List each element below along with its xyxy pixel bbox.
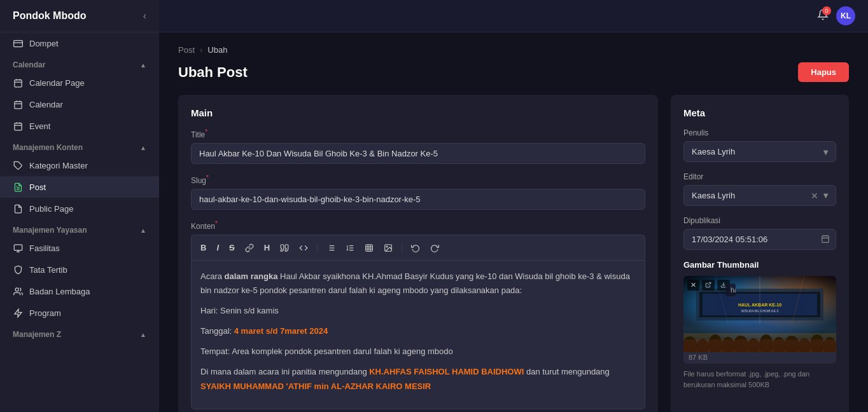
notification-button[interactable]: 0 xyxy=(817,9,829,24)
toolbar-bullet-list[interactable] xyxy=(323,241,339,255)
thumbnail-filesize: 87 KB xyxy=(683,352,836,364)
chevron-yayasan-icon: ▲ xyxy=(140,227,146,234)
dipublikasi-input[interactable] xyxy=(683,229,836,250)
page-container: Post › Ubah Ubah Post Hapus Main Title* xyxy=(159,32,868,412)
sidebar-item-label-calendar-page: Calendar Page xyxy=(29,78,85,88)
thumbnail-container: HAUL AKBAR KE-10 WISUDA BIL GHOIB KE-3 xyxy=(683,276,836,364)
toolbar-table[interactable] xyxy=(361,241,377,255)
sidebar-item-fasilitas[interactable]: Fasilitas xyxy=(0,237,159,259)
penulis-label: Penulis xyxy=(683,128,836,137)
delete-button[interactable]: Hapus xyxy=(798,62,849,82)
thumbnail-image: HAUL AKBAR KE-10 WISUDA BIL GHOIB KE-3 xyxy=(683,276,836,352)
title-label: Title* xyxy=(191,128,645,139)
dipublikasi-label: Dipublikasi xyxy=(683,216,836,225)
toolbar-image[interactable] xyxy=(380,241,396,255)
sidebar-section-manajemen-z[interactable]: Manajemen Z ▲ xyxy=(0,324,159,341)
toolbar-sep-1 xyxy=(317,243,318,253)
svg-rect-10 xyxy=(14,123,21,130)
toolbar-undo[interactable] xyxy=(407,241,424,255)
sidebar-item-badan-lembaga[interactable]: Badan Lembaga xyxy=(0,280,159,302)
svg-line-68 xyxy=(708,282,711,285)
penulis-group: Penulis Kaesa Lyrih ▼ xyxy=(683,128,836,162)
penulis-select-wrapper: Kaesa Lyrih ▼ xyxy=(683,141,836,162)
toolbar-code[interactable] xyxy=(295,241,312,255)
meta-panel: Meta Penulis Kaesa Lyrih ▼ Editor xyxy=(671,95,849,412)
editor-clear-button[interactable]: ✕ xyxy=(811,191,818,201)
thumbnail-remove-button[interactable]: ✕ xyxy=(687,280,699,291)
shield-icon xyxy=(13,264,23,275)
sidebar-item-program[interactable]: Program xyxy=(0,302,159,324)
page-header: Ubah Post Hapus xyxy=(178,62,849,82)
sidebar-item-public-page[interactable]: Public Page xyxy=(0,198,159,219)
sidebar-item-tata-tertib[interactable]: Tata Tertib xyxy=(0,259,159,280)
title-form-group: Title* xyxy=(191,128,645,164)
sidebar-toggle-icon[interactable]: ‹ xyxy=(143,10,146,22)
sidebar-item-label-program: Program xyxy=(29,308,61,318)
editor-field-label: Editor xyxy=(683,172,836,181)
sidebar: Pondok Mbodo ‹ Dompet Calendar ▲ Calenda… xyxy=(0,0,159,412)
sidebar-item-label-event: Event xyxy=(29,121,50,131)
sidebar-section-konten[interactable]: Manajemen Konten ▲ xyxy=(0,137,159,154)
calendar-icon xyxy=(13,99,23,109)
sidebar-section-konten-label: Manajemen Konten xyxy=(13,143,83,152)
thumbnail-filename: haul-akbar-ke-10-dan-wisuda-bil... xyxy=(725,284,736,296)
sidebar-item-label-fasilitas: Fasilitas xyxy=(29,244,60,253)
sidebar-item-label-post: Post xyxy=(29,182,46,192)
breadcrumb-parent[interactable]: Post xyxy=(178,45,195,55)
toolbar-ordered-list[interactable] xyxy=(342,241,358,255)
sidebar-item-dompet[interactable]: Dompet xyxy=(0,32,159,54)
svg-rect-2 xyxy=(14,79,21,86)
meta-panel-title: Meta xyxy=(683,107,836,118)
slug-label: Slug* xyxy=(191,174,645,185)
penulis-select[interactable]: Kaesa Lyrih xyxy=(683,141,836,162)
thumbnail-controls: ✕ haul-akbar-ke-10-dan-wisuda-bil... xyxy=(687,280,730,291)
post-icon xyxy=(13,182,23,192)
thumbnail-section: Gambar Thumbnail xyxy=(683,260,836,390)
toolbar-redo[interactable] xyxy=(426,241,443,255)
wallet-icon xyxy=(13,38,23,48)
sidebar-item-calendar[interactable]: Calendar xyxy=(0,93,159,115)
svg-rect-38 xyxy=(822,235,829,242)
event-icon xyxy=(13,121,23,131)
tag-icon xyxy=(13,160,23,170)
sidebar-item-event[interactable]: Event xyxy=(0,115,159,137)
toolbar-italic[interactable]: I xyxy=(213,240,223,255)
toolbar-bold[interactable]: B xyxy=(197,240,210,255)
public-page-icon xyxy=(13,203,23,214)
svg-marker-21 xyxy=(14,309,21,317)
toolbar-heading[interactable]: H xyxy=(260,240,274,255)
konten-form-group: Konten* B I S H xyxy=(191,220,645,409)
sidebar-item-label-tata-tertib: Tata Tertib xyxy=(29,265,67,275)
sidebar-item-post[interactable]: Post xyxy=(0,176,159,198)
sidebar-item-kategori[interactable]: Kategori Master xyxy=(0,154,159,176)
breadcrumb: Post › Ubah xyxy=(178,45,849,55)
toolbar-strikethrough[interactable]: S xyxy=(225,240,239,255)
title-input[interactable] xyxy=(191,143,645,164)
thumbnail-open-button[interactable] xyxy=(702,280,715,291)
sidebar-item-calendar-page[interactable]: Calendar Page xyxy=(0,72,159,93)
toolbar-link[interactable] xyxy=(241,241,258,255)
editor-toolbar: B I S H xyxy=(191,235,645,260)
sidebar-item-label-public-page: Public Page xyxy=(29,204,73,214)
sidebar-section-calendar[interactable]: Calendar ▲ xyxy=(0,54,159,72)
zap-icon xyxy=(13,308,23,318)
main-panel: Main Title* Slug* xyxy=(178,95,658,412)
toolbar-quote[interactable] xyxy=(276,241,293,255)
editor-content[interactable]: Acara dalam rangka Haul Akbar syaikhona … xyxy=(191,260,645,409)
calendar-input-icon xyxy=(821,234,830,245)
sidebar-section-yayasan[interactable]: Manajemen Yayasan ▲ xyxy=(0,219,159,237)
users-icon xyxy=(13,286,23,296)
editor-para-3: Tanggal: 4 maret s/d 7maret 2024 xyxy=(200,324,636,338)
svg-rect-31 xyxy=(366,244,373,251)
edit-layout: Main Title* Slug* xyxy=(178,95,849,412)
main-content-area: 0 KL Post › Ubah Ubah Post Hapus Main xyxy=(159,0,868,412)
toolbar-sep-2 xyxy=(402,243,402,253)
notification-badge: 0 xyxy=(822,6,831,15)
svg-rect-67 xyxy=(683,340,836,352)
sidebar-item-label-dompet: Dompet xyxy=(29,39,59,48)
thumbnail-label: Gambar Thumbnail xyxy=(683,260,836,270)
dipublikasi-group: Dipublikasi xyxy=(683,216,836,250)
user-avatar[interactable]: KL xyxy=(836,6,855,25)
slug-input[interactable] xyxy=(191,189,645,210)
sidebar-item-label-badan-lembaga: Badan Lembaga xyxy=(29,287,90,296)
